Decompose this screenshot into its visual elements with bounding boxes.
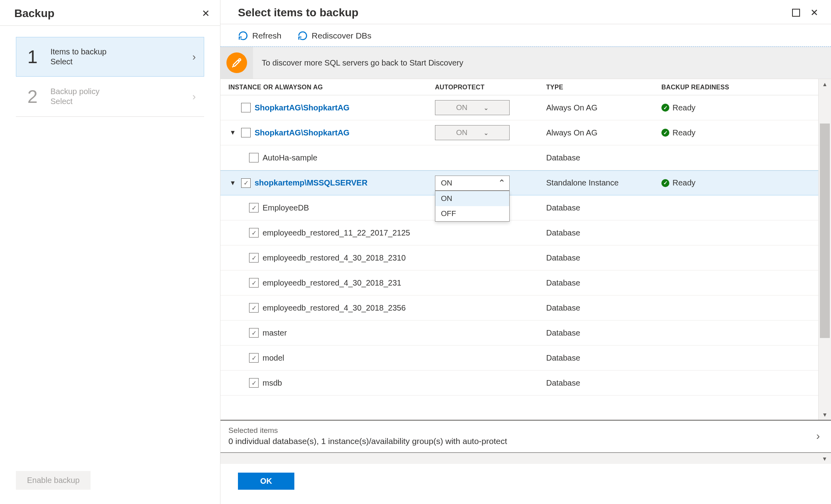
col-instance: INSTANCE OR ALWAYSON AG [228, 84, 435, 91]
database-name: msdb [263, 378, 282, 388]
database-name: employeedb_restored_4_30_2018_231 [263, 278, 401, 288]
autoprotect-dropdown[interactable]: ON⌃ [435, 176, 510, 191]
checkbox[interactable] [241, 128, 251, 137]
dropdown-option-off[interactable]: OFF [435, 206, 509, 221]
cell-type: Database [546, 353, 661, 363]
backup-left-panel: Backup ✕ 1 Items to backup Select › 2 Ba… [0, 0, 220, 504]
grid-header: INSTANCE OR ALWAYSON AG AUTOPROTECT TYPE… [220, 79, 818, 95]
close-icon[interactable]: ✕ [809, 6, 820, 20]
chevron-right-icon: › [816, 430, 820, 442]
cell-type: Always On AG [546, 103, 661, 112]
select-items-panel: Select items to backup ✕ Refresh Redisco… [220, 0, 831, 504]
checkbox[interactable]: ✓ [249, 328, 259, 338]
database-name: EmployeeDB [263, 203, 309, 212]
checkbox[interactable]: ✓ [249, 303, 259, 313]
rediscover-button[interactable]: Rediscover DBs [298, 31, 372, 41]
checkbox[interactable]: ✓ [249, 353, 259, 363]
checkbox[interactable]: ✓ [249, 228, 259, 238]
database-row[interactable]: ✓modelDatabase [220, 346, 818, 371]
database-row[interactable]: ✓EmployeeDBDatabase [220, 195, 818, 220]
cell-type: Database [546, 278, 661, 288]
dropdown-option-on[interactable]: ON [435, 191, 509, 206]
refresh-button[interactable]: Refresh [238, 31, 282, 41]
maximize-icon[interactable] [792, 9, 800, 17]
cell-autoprotect: ON⌄ [435, 125, 546, 140]
step-number: 2 [27, 86, 50, 107]
checkbox[interactable]: ✓ [241, 178, 251, 188]
cell-autoprotect: ON⌃ [435, 176, 546, 191]
checkbox[interactable] [241, 103, 251, 112]
selected-summary: 0 individual database(s), 1 instance(s)/… [228, 436, 507, 446]
selected-items-panel[interactable]: Selected items 0 individual database(s),… [220, 420, 831, 453]
instance-name[interactable]: shopkartemp\MSSQLSERVER [255, 178, 367, 187]
scroll-track[interactable] [819, 89, 831, 409]
chevron-up-icon: ⌃ [498, 178, 505, 188]
database-name: master [263, 328, 287, 338]
info-banner: To discover more SQL servers go back to … [220, 46, 831, 79]
steps-list: 1 Items to backup Select › 2 Backup poli… [0, 26, 220, 117]
enable-backup-button[interactable]: Enable backup [16, 471, 91, 490]
vertical-scrollbar[interactable]: ▲ ▼ [818, 79, 831, 420]
scroll-down-icon[interactable]: ▼ [819, 409, 831, 420]
cell-readiness: ✓Ready [661, 178, 818, 187]
scroll-thumb[interactable] [820, 124, 830, 338]
database-row[interactable]: ✓employeedb_restored_11_22_2017_2125Data… [220, 220, 818, 245]
checkbox[interactable]: ✓ [249, 253, 259, 263]
toolbar: Refresh Rediscover DBs [220, 24, 831, 46]
checkbox[interactable] [249, 153, 259, 162]
instance-name[interactable]: ShopkartAG\ShopkartAG [255, 128, 350, 137]
autoprotect-dropdown-menu[interactable]: ON OFF [435, 191, 510, 222]
cell-instance: ShopkartAG\ShopkartAG [228, 103, 435, 112]
database-name: model [263, 353, 284, 363]
cell-instance: ✓EmployeeDB [228, 203, 435, 212]
instance-row[interactable]: ▼✓shopkartemp\MSSQLSERVERON⌃Standalone I… [220, 170, 818, 195]
step-subtitle: Select [50, 57, 192, 66]
cell-autoprotect: ON⌄ [435, 100, 546, 115]
database-row[interactable]: ✓masterDatabase [220, 321, 818, 346]
autoprotect-dropdown: ON⌄ [435, 100, 510, 115]
step-items-to-backup[interactable]: 1 Items to backup Select › [16, 37, 204, 77]
cell-readiness: ✓Ready [661, 103, 818, 112]
autoprotect-dropdown: ON⌄ [435, 125, 510, 140]
step-backup-policy[interactable]: 2 Backup policy Select › [16, 77, 204, 116]
instance-row[interactable]: ShopkartAG\ShopkartAGON⌄Always On AG✓Rea… [220, 95, 818, 120]
dropdown-value: ON [441, 179, 452, 187]
selected-title: Selected items [228, 426, 507, 435]
database-row[interactable]: ✓msdbDatabase [220, 371, 818, 396]
horizontal-scrollbar[interactable]: ▼ [220, 453, 831, 464]
readiness-text: Ready [673, 178, 696, 187]
dropdown-value: ON [456, 103, 468, 112]
instance-row[interactable]: ▼ShopkartAG\ShopkartAGON⌄Always On AG✓Re… [220, 120, 818, 145]
col-type: TYPE [546, 84, 661, 91]
dropdown-value: ON [456, 128, 468, 137]
readiness-text: Ready [673, 128, 696, 137]
database-name: employeedb_restored_11_22_2017_2125 [263, 228, 410, 238]
scroll-up-icon[interactable]: ▲ [819, 79, 831, 89]
database-name: employeedb_restored_4_30_2018_2310 [263, 253, 406, 263]
banner-text: To discover more SQL servers go back to … [253, 47, 831, 79]
database-name: employeedb_restored_4_30_2018_2356 [263, 303, 406, 313]
right-header: Select items to backup ✕ [220, 0, 831, 24]
step-number: 1 [27, 46, 50, 68]
left-title: Backup [14, 7, 54, 20]
cell-instance: ✓msdb [228, 378, 435, 388]
cell-instance: ▼ShopkartAG\ShopkartAG [228, 128, 435, 137]
checkbox[interactable]: ✓ [249, 378, 259, 388]
checkbox[interactable]: ✓ [249, 203, 259, 212]
ok-button[interactable]: OK [238, 473, 294, 490]
database-row[interactable]: AutoHa-sampleDatabase [220, 145, 818, 170]
instance-name[interactable]: ShopkartAG\ShopkartAG [255, 103, 350, 112]
checkbox[interactable]: ✓ [249, 278, 259, 288]
step-title: Items to backup [50, 47, 192, 56]
database-row[interactable]: ✓employeedb_restored_4_30_2018_2356Datab… [220, 295, 818, 321]
caret-down-icon[interactable]: ▼ [228, 180, 237, 187]
close-icon[interactable]: ✕ [200, 6, 211, 21]
caret-down-icon[interactable]: ▼ [228, 129, 237, 136]
database-row[interactable]: ✓employeedb_restored_4_30_2018_2310Datab… [220, 245, 818, 270]
rediscover-label: Rediscover DBs [312, 31, 372, 41]
scroll-down-icon[interactable]: ▼ [818, 454, 831, 464]
cell-instance: ▼✓shopkartemp\MSSQLSERVER [228, 178, 435, 188]
refresh-icon [298, 31, 308, 41]
database-row[interactable]: ✓employeedb_restored_4_30_2018_231Databa… [220, 270, 818, 295]
cell-type: Database [546, 228, 661, 238]
